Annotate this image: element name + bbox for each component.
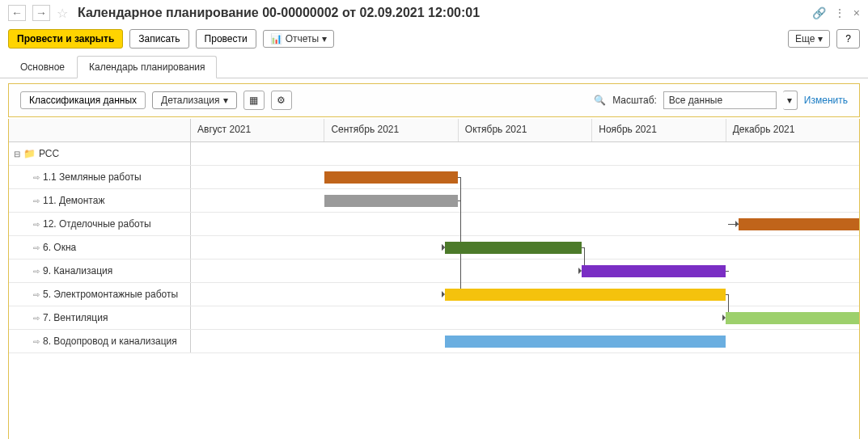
task-row[interactable]: ⇨11. Демонтаж [9,189,859,213]
gantt-body[interactable]: ⊟📁РСС⇨1.1 Земляные работы⇨11. Демонтаж⇨1… [9,142,859,439]
magnifier-icon[interactable]: 🔍 [594,95,606,106]
task-icon: ⇨ [33,290,40,299]
collapse-icon[interactable]: ⊟ [14,150,20,158]
gantt-bar[interactable] [324,171,458,184]
grid-view-icon[interactable]: ▦ [243,91,265,110]
task-icon: ⇨ [33,220,40,229]
scale-select[interactable]: Все данные [663,91,777,109]
gantt-bar[interactable] [739,218,859,230]
chevron-down-icon: ▾ [223,95,228,106]
task-icon: ⇨ [33,173,40,182]
task-label: 9. Канализация [43,265,112,276]
month-header: Декабрь 2021 [726,119,859,141]
settings-icon[interactable]: ⚙ [271,91,292,110]
kebab-menu-icon[interactable]: ⋮ [834,6,845,19]
save-button[interactable]: Записать [129,29,188,49]
classify-button[interactable]: Классификация данных [20,91,146,109]
scale-label: Масштаб: [612,95,657,106]
task-icon: ⇨ [33,337,40,346]
help-button[interactable]: ? [836,29,860,49]
gantt-chart: Август 2021Сентябрь 2021Октябрь 2021Нояб… [8,119,860,439]
main-toolbar: Провести и закрыть Записать Провести 📊 О… [0,26,868,55]
detail-dropdown[interactable]: Детализация ▾ [152,91,236,109]
task-icon: ⇨ [33,243,40,252]
folder-icon: 📁 [23,148,36,159]
task-label: 6. Окна [43,242,76,253]
tab-main[interactable]: Основное [8,56,77,78]
month-header: Сентябрь 2021 [324,119,458,141]
nav-back-button[interactable]: ← [8,5,26,21]
task-row[interactable]: ⇨5. Электромонтажные работы [9,283,859,306]
task-row[interactable]: ⇨9. Канализация [9,260,859,283]
task-row[interactable]: ⇨8. Водопровод и канализация [9,330,859,353]
task-name-header [9,119,191,141]
report-icon: 📊 [270,33,282,44]
close-icon[interactable]: × [853,6,860,19]
task-icon: ⇨ [33,314,40,323]
gantt-bar[interactable] [324,195,458,207]
window-header: ← → ☆ Календарное планирование 00-000000… [0,0,868,26]
task-label: 5. Электромонтажные работы [43,289,178,300]
month-header: Октябрь 2021 [459,119,592,141]
task-label: 12. Отделочные работы [43,218,151,230]
gantt-toolbar: Классификация данных Детализация ▾ ▦ ⚙ 🔍… [8,83,860,117]
post-and-close-button[interactable]: Провести и закрыть [8,29,123,49]
tab-calendar[interactable]: Календарь планирования [77,56,218,78]
tab-bar: Основное Календарь планирования [0,55,868,78]
favorite-icon[interactable]: ☆ [57,6,68,21]
gantt-bar[interactable] [445,336,726,348]
task-label: 8. Водопровод и канализация [43,336,177,347]
post-button[interactable]: Провести [196,29,256,49]
edit-link[interactable]: Изменить [804,95,848,106]
more-dropdown[interactable]: Еще ▾ [788,30,830,48]
task-label: 1.1 Земляные работы [43,171,142,183]
link-icon[interactable]: 🔗 [812,6,826,19]
gantt-bar[interactable] [582,265,726,277]
tree-root[interactable]: ⊟📁РСС [9,142,191,165]
gantt-header: Август 2021Сентябрь 2021Октябрь 2021Нояб… [9,119,859,142]
task-label: 11. Демонтаж [43,195,104,206]
gantt-bar[interactable] [726,312,859,324]
scale-dropdown-icon[interactable]: ▾ [783,91,798,110]
month-header: Ноябрь 2021 [592,119,726,141]
document-title: Календарное планирование 00-00000002 от … [78,6,806,20]
gantt-bar[interactable] [445,242,582,254]
month-header: Август 2021 [191,119,324,141]
chevron-down-icon: ▾ [322,33,327,44]
task-row[interactable]: ⇨6. Окна [9,236,859,260]
task-label: 7. Вентиляция [43,312,108,323]
task-icon: ⇨ [33,267,40,276]
gantt-bar[interactable] [445,289,726,301]
chevron-down-icon: ▾ [818,33,823,44]
nav-forward-button[interactable]: → [32,5,50,21]
task-icon: ⇨ [33,196,40,205]
task-row[interactable]: ⇨1.1 Земляные работы [9,166,859,189]
task-row[interactable]: ⇨7. Вентиляция [9,306,859,330]
reports-dropdown[interactable]: 📊 Отчеты ▾ [263,30,334,48]
